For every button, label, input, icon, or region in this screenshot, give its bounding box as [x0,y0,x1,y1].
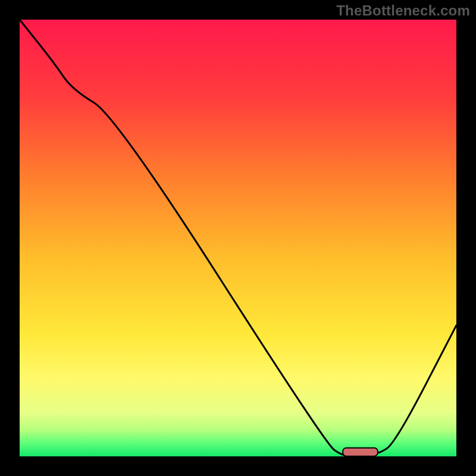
plot-background [20,20,456,456]
watermark-text: TheBottleneck.com [336,2,470,19]
bottleneck-chart [0,0,476,476]
chart-container: TheBottleneck.com [0,0,476,476]
optimum-marker [343,448,378,456]
